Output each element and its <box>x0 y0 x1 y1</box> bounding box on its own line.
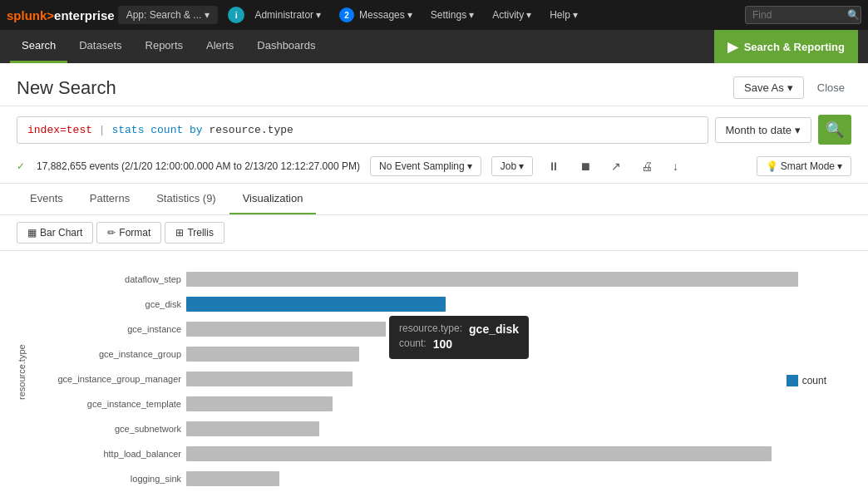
messages-label: Messages <box>359 9 405 21</box>
chevron-down-icon: ▾ <box>795 124 801 136</box>
bar-fill[interactable] <box>186 396 333 411</box>
pause-icon: ⏸ <box>548 160 560 173</box>
second-nav-item-dashboards[interactable]: Dashboards <box>245 30 327 63</box>
print-button[interactable]: 🖨 <box>636 156 658 176</box>
search-icon: 🔍 <box>847 9 860 21</box>
settings-menu[interactable]: Settings ▾ <box>422 6 482 24</box>
close-button[interactable]: Close <box>811 77 851 98</box>
table-row: logging_sink <box>32 469 851 489</box>
bar-track <box>186 372 851 386</box>
chevron-down-icon: ▾ <box>469 9 474 21</box>
table-row: gce_instance_group_manager <box>32 369 851 389</box>
search-input-container[interactable]: index=test | stats count by resource.typ… <box>17 116 708 144</box>
toolbar-label: Bar Chart <box>40 227 82 239</box>
enterprise-label: enterprise <box>54 8 115 22</box>
bar-fill[interactable] <box>186 446 772 461</box>
find-search-box[interactable]: 🔍 <box>745 6 861 24</box>
tab-patterns[interactable]: Patterns <box>76 184 143 214</box>
bar-label: http_load_balancer <box>32 449 181 459</box>
bar-track <box>186 396 851 411</box>
bar-label: dataflow_step <box>32 274 181 284</box>
save-as-button[interactable]: Save As ▾ <box>733 76 804 99</box>
activity-menu[interactable]: Activity ▾ <box>484 6 540 24</box>
toolbar-label: Format <box>119 227 150 239</box>
tooltip-key-label: resource.type: <box>399 322 462 336</box>
smart-mode-button[interactable]: 💡 Smart Mode ▾ <box>757 156 851 176</box>
chevron-down-icon: ▾ <box>573 9 578 21</box>
chevron-down-icon: ▾ <box>467 160 472 172</box>
print-icon: 🖨 <box>641 160 653 173</box>
stop-button[interactable]: ⏹ <box>575 156 596 176</box>
settings-label: Settings <box>431 9 466 21</box>
tab-statistics9[interactable]: Statistics (9) <box>143 184 229 214</box>
search-bar-row: index=test | stats count by resource.typ… <box>0 106 868 153</box>
job-button[interactable]: Job ▾ <box>491 156 533 176</box>
find-input[interactable] <box>752 9 844 21</box>
second-nav-item-alerts[interactable]: Alerts <box>195 30 245 63</box>
tab-events[interactable]: Events <box>17 184 76 214</box>
toolbar-trellis-button[interactable]: ⊞Trellis <box>165 222 224 244</box>
messages-badge: 2 <box>339 7 354 22</box>
toolbar-icon: ⊞ <box>175 227 184 239</box>
info-badge[interactable]: i <box>228 7 244 23</box>
header-actions: Save As ▾ Close <box>733 76 851 99</box>
tabs-row: EventsPatternsStatistics (9)Visualizatio… <box>0 184 868 215</box>
second-nav-item-datasets[interactable]: Datasets <box>67 30 133 63</box>
save-as-label: Save As <box>744 81 784 94</box>
toolbar-format-button[interactable]: ✏Format <box>96 222 161 244</box>
splunk-logo: splunk>enterprise <box>7 8 115 22</box>
search-command: stats count by <box>111 124 202 136</box>
tab-visualization[interactable]: Visualization <box>229 184 317 214</box>
main-content: New Search Save As ▾ Close index=test | … <box>0 63 868 497</box>
search-field: resource.type <box>209 124 293 136</box>
bar-track <box>186 471 851 486</box>
bar-label: gce_instance <box>32 324 181 334</box>
bar-label: gce_disk <box>32 299 181 309</box>
tooltip-count-value: 100 <box>433 337 452 351</box>
export-button[interactable]: ↓ <box>668 156 683 176</box>
share-button[interactable]: ↗ <box>606 156 626 176</box>
chart-toolbar: ▦Bar Chart✏Format⊞Trellis <box>0 215 868 251</box>
bar-fill[interactable] <box>186 272 798 287</box>
page-title: New Search <box>17 77 116 99</box>
sampling-button[interactable]: No Event Sampling ▾ <box>370 156 481 176</box>
page-header: New Search Save As ▾ Close <box>0 63 868 106</box>
search-reporting-button[interactable]: ▶ Search & Reporting <box>714 30 858 63</box>
app-label: App: Search & ... <box>126 9 202 21</box>
bar-fill[interactable] <box>186 347 359 362</box>
bar-track <box>186 272 851 287</box>
export-icon: ↓ <box>673 160 678 173</box>
table-row: dataflow_step <box>32 269 851 289</box>
admin-label: Administrator <box>254 9 313 21</box>
app-switcher-button[interactable]: App: Search & ... ▾ <box>118 6 219 24</box>
tooltip-count-label: count: <box>399 337 427 351</box>
smart-mode-label: Smart Mode <box>781 160 835 172</box>
second-nav: SearchDatasetsReportsAlertsDashboards ▶ … <box>0 30 868 63</box>
search-icon: 🔍 <box>826 121 844 139</box>
bar-label: gce_instance_group_manager <box>32 374 181 384</box>
search-keyword: index=test <box>27 124 92 136</box>
chevron-down-icon: ▾ <box>205 9 210 21</box>
bar-fill[interactable] <box>186 372 353 386</box>
bar-chart-container: resource.type dataflow_stepgce_diskgce_i… <box>17 264 851 497</box>
bar-fill[interactable] <box>186 471 279 486</box>
time-range-picker[interactable]: Month to date ▾ <box>715 117 812 143</box>
bar-label: gce_subnetwork <box>32 424 181 434</box>
bars-section: dataflow_stepgce_diskgce_instancegce_ins… <box>32 269 851 489</box>
lightbulb-icon: 💡 <box>766 160 778 172</box>
pipe-symbol: | <box>99 124 112 136</box>
second-nav-item-reports[interactable]: Reports <box>134 30 195 63</box>
messages-menu[interactable]: 2 Messages ▾ <box>331 4 421 26</box>
status-check-icon: ✓ <box>17 160 25 172</box>
admin-menu[interactable]: Administrator ▾ <box>246 6 329 24</box>
bar-fill[interactable] <box>186 322 386 337</box>
help-menu[interactable]: Help ▾ <box>541 6 586 24</box>
bar-track <box>186 421 851 436</box>
pause-button[interactable]: ⏸ <box>543 156 565 176</box>
second-nav-item-search[interactable]: Search <box>10 30 67 63</box>
toolbar-bar-chart-button[interactable]: ▦Bar Chart <box>17 222 93 244</box>
bar-fill[interactable] <box>186 421 319 436</box>
run-search-button[interactable]: 🔍 <box>818 115 851 145</box>
status-row: ✓ 17,882,655 events (2/1/20 12:00:00.000… <box>0 153 868 184</box>
bar-fill[interactable] <box>186 297 446 312</box>
